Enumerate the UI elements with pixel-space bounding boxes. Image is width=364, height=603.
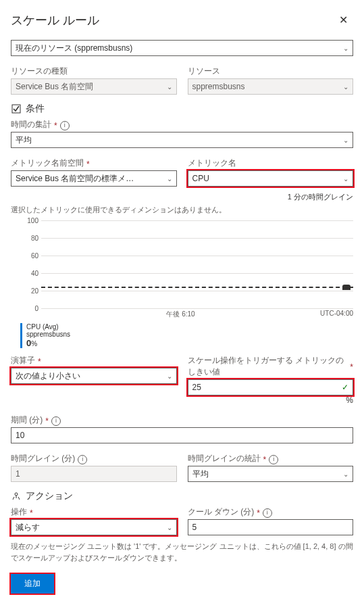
data-blip (342, 285, 350, 290)
time-grain-label: 時間グレイン (分) (11, 453, 75, 464)
time-grain-note: 1 分の時間グレイン (11, 192, 353, 202)
chevron-down-icon: ⌄ (167, 175, 172, 183)
info-icon[interactable]: i (269, 455, 278, 464)
resource-label: リソース (188, 66, 354, 77)
chevron-down-icon: ⌄ (343, 137, 348, 144)
resource-scope-select[interactable]: 現在のリソース (sppremsbusns) ⌄ (11, 40, 353, 56)
time-agg-label: 時間の集計 (11, 119, 51, 130)
duration-input[interactable]: 10 (11, 427, 353, 443)
close-icon[interactable]: ✕ (334, 11, 353, 29)
chevron-down-icon: ⌄ (167, 372, 172, 380)
cooldown-label: クール ダウン (分) (188, 506, 255, 518)
metric-ns-select[interactable]: Service Bus 名前空間の標準メ… ⌄ (11, 170, 177, 187)
threshold-line (41, 287, 353, 288)
resource-select: sppremsbusns ⌄ (188, 78, 354, 95)
chart-legend: CPU (Avg) sppremsbusns 0% (20, 323, 353, 348)
operation-select[interactable]: 減らす ⌄ (11, 519, 177, 535)
chevron-down-icon: ⌄ (343, 45, 348, 52)
chevron-down-icon: ⌄ (343, 83, 348, 91)
chevron-down-icon: ⌄ (167, 524, 172, 531)
operation-label: 操作 (11, 506, 27, 518)
cpu-chart: 100 80 60 40 20 0 午後 6:10 UTC-04:00 (22, 220, 353, 308)
resource-scope-value: 現在のリソース (sppremsbusns) (16, 43, 132, 54)
criteria-section-title: 条件 (26, 103, 45, 115)
info-icon[interactable]: i (60, 121, 70, 130)
time-grain-stat-label: 時間グレインの統計 (188, 453, 261, 464)
time-grain-stat-select[interactable]: 平均 ⌄ (188, 466, 354, 482)
info-icon[interactable]: i (51, 416, 61, 426)
action-icon (11, 491, 22, 502)
metric-name-select[interactable]: CPU ⌄ (188, 170, 354, 187)
threshold-label: スケール操作をトリガーする メトリックのしきい値 (188, 355, 348, 378)
duration-label: 期間 (分) (11, 414, 43, 426)
info-icon[interactable]: i (263, 508, 272, 518)
cooldown-input[interactable]: 5 (188, 519, 354, 535)
resource-type-select: Service Bus 名前空間 ⌄ (11, 78, 177, 95)
chevron-down-icon: ⌄ (343, 175, 348, 183)
info-icon[interactable]: i (78, 455, 87, 464)
threshold-input[interactable]: 25 ✓ (188, 379, 354, 395)
time-grain-input: 1 (11, 466, 177, 482)
chevron-down-icon: ⌄ (343, 471, 348, 478)
operator-label: 演算子 (11, 355, 35, 366)
action-section-title: アクション (26, 490, 73, 502)
svg-rect-0 (12, 105, 20, 113)
criteria-icon (11, 103, 22, 114)
operator-select[interactable]: 次の値より小さい ⌄ (11, 368, 177, 384)
metric-ns-label: メトリック名前空間 (11, 158, 84, 169)
check-icon: ✓ (342, 383, 348, 392)
svg-point-1 (15, 493, 18, 496)
metric-name-label: メトリック名 (188, 158, 354, 169)
dimension-note: 選択したメトリックに使用できるディメンションはありません。 (11, 205, 353, 215)
footer-note: 現在のメッセージング ユニット数は '1' です。メッセージング ユニットは、こ… (11, 541, 353, 563)
time-agg-select[interactable]: 平均 ⌄ (11, 132, 353, 148)
add-button[interactable]: 追加 (11, 574, 54, 594)
page-title: スケール ルール (11, 12, 99, 28)
resource-type-label: リソースの種類 (11, 66, 177, 77)
chevron-down-icon: ⌄ (167, 83, 172, 91)
